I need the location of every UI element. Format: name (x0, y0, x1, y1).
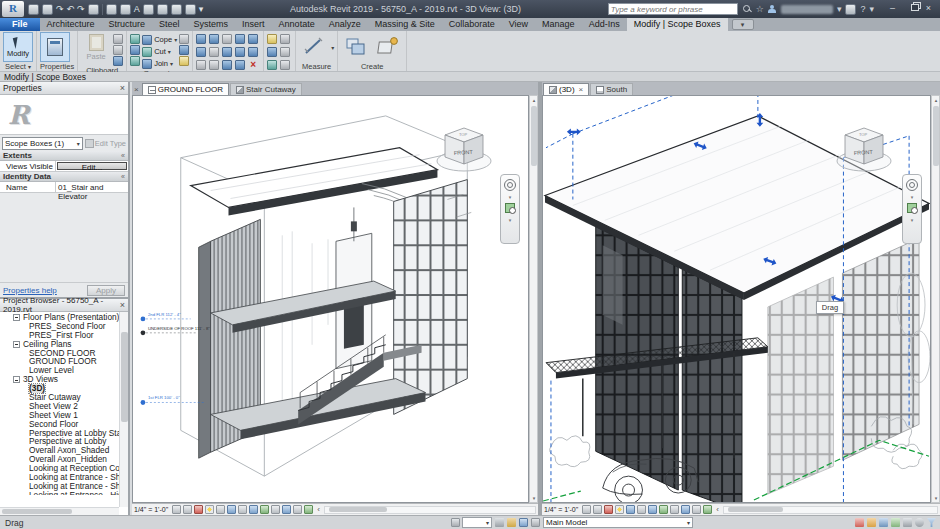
wall-joins-icon[interactable] (179, 45, 189, 55)
properties-toggle-button[interactable] (40, 32, 70, 62)
open-icon[interactable] (28, 4, 39, 15)
tab-structure[interactable]: Structure (102, 18, 153, 31)
minimize-icon[interactable]: – (884, 2, 901, 16)
user-name-redacted[interactable] (781, 5, 833, 14)
temporary-hide-isolate-icon[interactable] (260, 505, 269, 514)
unlock-view-icon[interactable] (648, 505, 657, 514)
worksharing-display-icon[interactable] (681, 505, 690, 514)
steering-wheel-icon[interactable] (906, 179, 918, 191)
ribbon-display-toggle[interactable]: ▾ (732, 19, 754, 30)
viewcube[interactable]: FRONT TOP (430, 122, 500, 178)
unjoin-icon[interactable] (179, 56, 189, 66)
app-store-icon[interactable] (845, 4, 856, 15)
section-icon[interactable] (157, 4, 168, 15)
demolish-icon[interactable] (130, 56, 140, 66)
properties-header[interactable]: Properties × (0, 82, 128, 95)
duplicate-view-button[interactable] (341, 32, 371, 62)
beam-wall-join-icon[interactable] (179, 34, 189, 44)
paste-button[interactable]: Paste (81, 32, 111, 62)
worksets-dropdown[interactable]: ▾ (462, 517, 492, 528)
select-by-face-icon[interactable] (891, 518, 900, 527)
zoom-icon[interactable] (907, 203, 918, 214)
hide-icon[interactable] (280, 60, 290, 70)
views-visible-edit-button[interactable]: Edit... (57, 162, 127, 170)
print-icon[interactable] (88, 4, 99, 15)
view-tab-ground-floor[interactable]: GROUND FLOOR (142, 83, 229, 95)
save-icon[interactable] (42, 4, 53, 15)
trim-icon[interactable] (209, 47, 219, 57)
switch-windows-icon[interactable] (185, 4, 196, 15)
help-search-input[interactable] (608, 3, 738, 15)
thin-lines-icon[interactable] (171, 4, 182, 15)
measure-between-button[interactable] (299, 32, 329, 62)
split-icon[interactable] (222, 47, 232, 57)
shadows-icon[interactable] (615, 505, 624, 514)
filter-icon[interactable] (927, 518, 936, 527)
tree-item[interactable]: Lower Level (0, 366, 128, 375)
tab-systems[interactable]: Systems (187, 18, 236, 31)
right-view-vscrollbar[interactable]: ▴ ▾ (931, 95, 940, 503)
user-dropdown-icon[interactable]: ▾ (837, 3, 842, 15)
reveal-hidden-icon[interactable] (280, 34, 290, 44)
linework-icon[interactable] (267, 47, 277, 57)
wheel-dropdown-icon[interactable]: ▾ (509, 194, 512, 200)
worksets-icon[interactable] (451, 518, 460, 527)
project-browser-vscrollbar[interactable] (119, 312, 128, 507)
mirror-icon[interactable] (222, 34, 232, 44)
view-tab-close-icon[interactable]: × (134, 85, 139, 94)
right-view-hscrollbar[interactable] (723, 506, 938, 514)
tab-collaborate[interactable]: Collaborate (442, 18, 502, 31)
tab-architecture[interactable]: Architecture (40, 18, 102, 31)
apply-button[interactable]: Apply (87, 285, 125, 296)
collapse-icon[interactable] (13, 314, 20, 321)
override-graphics-icon[interactable] (267, 60, 277, 70)
modify-button[interactable]: Modify (3, 32, 33, 62)
help-icon[interactable]: ? (860, 3, 865, 15)
rendering-icon[interactable] (216, 505, 225, 514)
collapse-icon[interactable] (13, 376, 20, 383)
tab-annotate[interactable]: Annotate (272, 18, 322, 31)
unlock-view-icon[interactable] (249, 505, 258, 514)
pin-icon[interactable] (196, 60, 206, 70)
view-tab-stair-cutaway[interactable]: Stair Cutaway (230, 83, 302, 95)
copy-icon[interactable] (248, 34, 258, 44)
detail-level-icon[interactable] (582, 505, 591, 514)
text-icon[interactable]: A (134, 4, 140, 15)
application-menu-button[interactable]: R (2, 1, 24, 17)
zoom-icon[interactable] (505, 203, 516, 214)
scale-icon[interactable] (248, 47, 258, 57)
project-browser-close-icon[interactable]: × (120, 300, 125, 310)
default-3d-view-icon[interactable] (143, 4, 154, 15)
array-icon[interactable] (235, 47, 245, 57)
unpin-icon[interactable] (209, 60, 219, 70)
tab-massing-site[interactable]: Massing & Site (368, 18, 442, 31)
tab-modify-scope-boxes[interactable]: Modify | Scope Boxes (627, 18, 728, 31)
edit-type-button[interactable]: Edit Type (85, 139, 126, 148)
restore-icon[interactable] (902, 2, 919, 16)
panel-select-label[interactable]: Select ▾ (3, 62, 33, 72)
select-pinned-icon[interactable] (879, 518, 888, 527)
name-value-field[interactable]: 01_Stair and Elevator (56, 182, 128, 192)
cope-tool[interactable]: Cope▾ (142, 34, 177, 45)
active-design-option-dropdown[interactable]: Main Model ▾ (543, 517, 693, 528)
measure-dropdown-icon[interactable]: ▾ (331, 44, 334, 51)
copy-to-clipboard-icon[interactable] (113, 45, 123, 55)
match-properties-icon[interactable] (113, 56, 123, 66)
shadows-icon[interactable] (205, 505, 214, 514)
properties-help-link[interactable]: Properties help (3, 286, 57, 295)
stair-cutaway-canvas[interactable]: 2nd FLR 112' - 4" UNDERSIDE OF ROOF 111'… (132, 95, 529, 503)
tree-item[interactable]: Looking at Entrance - Hidden (0, 491, 128, 495)
design-options-icon[interactable] (519, 518, 528, 527)
cut-profile-icon[interactable] (280, 47, 290, 57)
view-bar-scroll-icon[interactable]: ‹ (317, 505, 320, 514)
zoom-dropdown-icon[interactable]: ▾ (509, 217, 512, 223)
tab-file[interactable]: File (0, 18, 40, 31)
tab-insert[interactable]: Insert (235, 18, 272, 31)
sync-icon[interactable]: ↷ (56, 4, 64, 15)
sign-in-icon[interactable] (768, 5, 777, 14)
join-tool[interactable]: Join▾ (142, 58, 177, 69)
align-icon[interactable] (196, 34, 206, 44)
drag-on-selection-icon[interactable] (903, 518, 912, 527)
tab-view[interactable]: View (502, 18, 535, 31)
mirror-axis-icon[interactable] (222, 60, 232, 70)
